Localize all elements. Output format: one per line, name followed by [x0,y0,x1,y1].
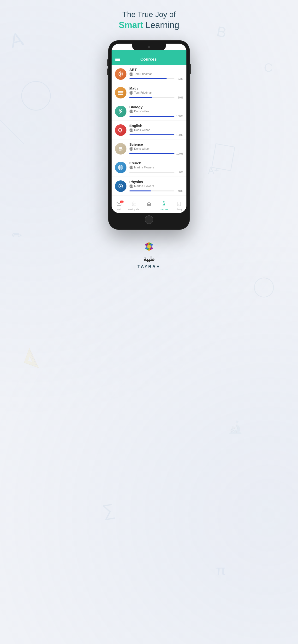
svg-point-20 [130,74,133,76]
nav-label: Weekly Plan [128,208,140,210]
course-icon [115,124,126,136]
progress-bar-fill [129,116,175,117]
nav-item-mail[interactable]: 11 Mail [112,201,126,210]
progress-percent: 0% [176,171,183,174]
progress-row: 50% [129,96,183,99]
course-teacher: Tom Friedman [129,72,183,76]
tagline-learning: Learning [143,20,179,30]
teacher-name: Tom Friedman [134,91,153,94]
teacher-name: Doris Wilson [134,110,150,113]
vol-button-2 [107,68,108,75]
svg-line-5 [0,120,24,144]
teacher-name: Tom Friedman [134,72,153,76]
svg-point-45 [130,166,132,168]
logo-arabic-text: طيبة [143,256,155,262]
svg-point-31 [130,129,132,130]
svg-rect-74 [134,204,134,204]
svg-text:B: B [215,23,228,41]
app-header: Cources [112,50,186,65]
course-name: Chemistry [129,198,183,199]
svg-point-38 [130,147,132,149]
course-item[interactable]: Math Tom Friedman 50% [112,84,186,102]
tagline-line2: Smart Learning [119,20,179,31]
svg-rect-33 [119,146,122,149]
progress-bar-fill [129,97,152,98]
course-item[interactable]: ART Tom Friedman 83% [112,65,186,84]
progress-percent: 100% [176,115,183,118]
course-name: English [129,124,183,128]
nav-item-home[interactable] [141,201,157,210]
nav-badge: 11 [120,200,124,203]
svg-point-19 [130,72,132,74]
svg-point-27 [120,110,121,111]
svg-text:✏: ✏ [12,229,22,242]
course-icon [115,180,126,192]
teacher-avatar [129,91,133,95]
course-info: ART Tom Friedman 83% [129,68,183,80]
course-icon [115,143,126,154]
course-item[interactable]: Biology Doris Wilson 100% [112,102,186,121]
course-list: ART Tom Friedman 83% Mat [112,65,186,199]
home-button[interactable] [145,216,153,224]
course-name: Physics [129,180,183,184]
progress-percent: 50% [176,96,183,99]
logo-flower-icon [139,239,159,254]
progress-percent: 100% [176,134,183,136]
course-item[interactable]: English Doris Wilson 100% [112,121,186,140]
svg-rect-73 [133,204,133,204]
svg-text:A+: A+ [207,164,220,176]
progress-bar-fill [129,190,151,192]
header-title: Cources [120,57,177,62]
nav-item-library[interactable]: Library [172,201,186,210]
tagline-line1: The True Joy of [119,10,179,20]
page-wrapper: The True Joy of Smart Learning Cources [89,10,209,269]
svg-rect-34 [119,149,123,150]
course-teacher: Tom Friedman [129,91,183,95]
svg-text:∑: ∑ [101,500,116,520]
teacher-name: Martha Flowers [134,184,154,188]
hamburger-line [115,59,120,60]
svg-text:π: π [216,562,226,578]
nav-item-courses[interactable]: Courses [157,201,171,210]
svg-text:A: A [8,28,26,52]
svg-point-25 [130,93,133,95]
progress-row: 0% [129,171,183,174]
svg-rect-21 [118,91,123,92]
course-item[interactable]: Physics Martha Flowers 48% [112,177,186,196]
svg-rect-76 [148,204,150,206]
svg-point-77 [163,201,165,203]
nav-item-weekly-plan[interactable]: Weekly Plan [126,201,141,210]
progress-bar-bg [129,172,175,173]
svg-point-3 [22,82,50,110]
svg-rect-75 [135,204,135,204]
course-item[interactable]: Science Doris Wilson 100% [112,140,186,158]
nav-label: Courses [160,208,168,210]
progress-row: 100% [129,134,183,136]
progress-percent: 48% [176,190,183,192]
svg-point-50 [130,185,132,187]
course-item[interactable]: Chemistry Martha Flowers 100% [112,196,186,199]
svg-point-28 [130,110,132,112]
teacher-avatar [129,110,133,113]
tagline: The True Joy of Smart Learning [119,10,179,31]
course-info: English Doris Wilson 100% [129,124,183,136]
teacher-name: Doris Wilson [134,147,150,150]
hamburger-menu[interactable] [115,58,120,61]
course-teacher: Martha Flowers [129,166,183,170]
svg-point-51 [130,187,133,188]
course-name: French [129,161,183,165]
progress-percent: 100% [176,152,183,155]
svg-point-32 [130,130,133,132]
course-info: Physics Martha Flowers 48% [129,180,183,192]
course-icon [115,162,126,173]
svg-text:C: C [264,61,272,74]
teacher-avatar [129,147,133,151]
svg-point-87 [147,244,151,248]
course-name: Biology [129,105,183,109]
nav-icon [161,201,167,208]
teacher-avatar [129,166,133,170]
progress-bar-bg [129,134,175,135]
svg-point-49 [120,185,121,186]
svg-point-39 [130,149,133,151]
course-item[interactable]: French Martha Flowers 0% [112,158,186,177]
